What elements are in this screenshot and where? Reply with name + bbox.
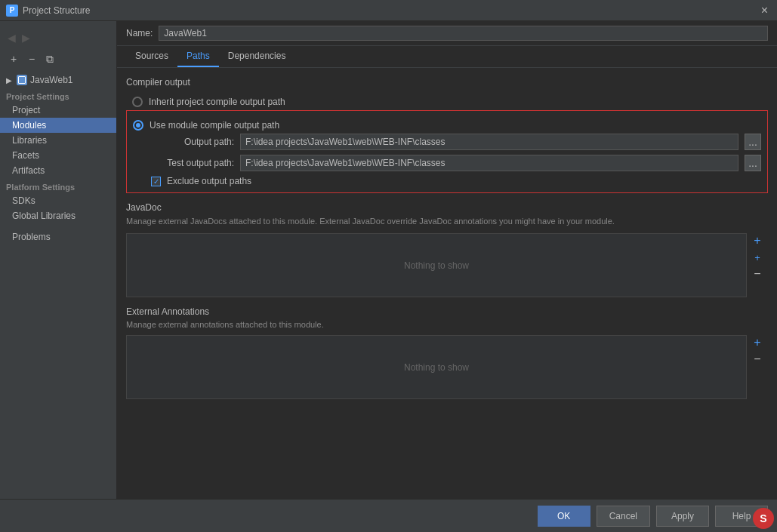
javadoc-list-container: Nothing to show + + − bbox=[126, 233, 747, 297]
tab-paths[interactable]: Paths bbox=[177, 46, 219, 67]
external-annotations-actions: + − bbox=[750, 335, 765, 367]
ok-button[interactable]: OK bbox=[538, 506, 590, 527]
module-name: JavaWeb1 bbox=[30, 75, 72, 85]
sidebar-item-artifacts[interactable]: Artifacts bbox=[0, 163, 116, 178]
external-annotations-title: External Annotations bbox=[126, 306, 768, 317]
forward-arrow[interactable]: ▶ bbox=[20, 30, 32, 45]
sidebar-item-global-libraries[interactable]: Global Libraries bbox=[0, 208, 116, 223]
exclude-label: Exclude output paths bbox=[167, 176, 251, 186]
ext-annotations-add-button[interactable]: + bbox=[750, 335, 765, 350]
main-layout: ◀ ▶ + − ⧉ ▶ JavaWeb1 Project Settings Pr… bbox=[0, 21, 777, 499]
content-area: Name: Sources Paths Dependencies Compile… bbox=[117, 21, 777, 499]
external-annotations-section: External Annotations Manage external ann… bbox=[126, 306, 768, 399]
bottom-bar: OK Cancel Apply Help bbox=[0, 499, 777, 532]
javadoc-add-button[interactable]: + bbox=[750, 233, 765, 248]
inherit-label: Inherit project compile output path bbox=[149, 97, 285, 107]
sidebar-item-problems[interactable]: Problems bbox=[0, 229, 116, 244]
sidebar-item-sdks[interactable]: SDKs bbox=[0, 193, 116, 208]
sidebar-item-libraries[interactable]: Libraries bbox=[0, 133, 116, 148]
tab-sources[interactable]: Sources bbox=[126, 46, 177, 67]
javadoc-title: JavaDoc bbox=[126, 202, 768, 213]
ext-annotations-remove-button[interactable]: − bbox=[750, 352, 765, 367]
watermark: S bbox=[753, 508, 774, 529]
test-output-path-browse-button[interactable]: ... bbox=[745, 155, 761, 171]
javadoc-add-alt-button[interactable]: + bbox=[750, 250, 765, 265]
nav-arrows: ◀ ▶ bbox=[0, 27, 116, 48]
window-title: Project Structure bbox=[23, 5, 90, 16]
close-button[interactable]: × bbox=[758, 3, 771, 18]
output-path-row: Output path: ... bbox=[133, 134, 761, 150]
javadoc-list: Nothing to show bbox=[126, 233, 747, 297]
use-module-label: Use module compile output path bbox=[150, 120, 279, 131]
exclude-checkbox[interactable] bbox=[151, 177, 161, 186]
external-annotations-list-container: Nothing to show + − bbox=[126, 335, 747, 399]
apply-button[interactable]: Apply bbox=[656, 506, 709, 527]
title-bar-left: P Project Structure bbox=[6, 5, 90, 17]
inherit-radio[interactable] bbox=[132, 97, 143, 107]
project-settings-label: Project Settings bbox=[0, 88, 116, 103]
back-arrow[interactable]: ◀ bbox=[6, 30, 17, 45]
use-module-radio[interactable] bbox=[133, 120, 143, 131]
output-path-label: Output path: bbox=[151, 137, 234, 147]
external-annotations-desc: Manage external annotations attached to … bbox=[126, 320, 768, 329]
tree-toggle-icon: ▶ bbox=[6, 76, 12, 85]
name-bar: Name: bbox=[117, 21, 777, 46]
test-output-path-input[interactable] bbox=[240, 155, 738, 171]
sidebar-item-project[interactable]: Project bbox=[0, 103, 116, 118]
test-output-path-label: Test output path: bbox=[151, 158, 234, 168]
output-path-input[interactable] bbox=[240, 134, 738, 150]
sidebar-item-facets[interactable]: Facets bbox=[0, 148, 116, 163]
sidebar: ◀ ▶ + − ⧉ ▶ JavaWeb1 Project Settings Pr… bbox=[0, 21, 117, 499]
cancel-button[interactable]: Cancel bbox=[597, 506, 650, 527]
module-icon bbox=[17, 75, 27, 85]
remove-module-button[interactable]: − bbox=[24, 51, 39, 66]
platform-settings-label: Platform Settings bbox=[0, 178, 116, 193]
content-scroll[interactable]: Compiler output Inherit project compile … bbox=[117, 68, 777, 499]
name-input[interactable] bbox=[159, 26, 768, 41]
external-annotations-nothing-text: Nothing to show bbox=[404, 362, 469, 373]
sidebar-item-modules[interactable]: Modules bbox=[0, 118, 116, 133]
javadoc-nothing-text: Nothing to show bbox=[404, 260, 469, 271]
inherit-option[interactable]: Inherit project compile output path bbox=[126, 94, 768, 110]
exclude-checkbox-row: Exclude output paths bbox=[133, 176, 761, 186]
name-label: Name: bbox=[126, 28, 153, 38]
external-annotations-list: Nothing to show bbox=[126, 335, 747, 399]
test-output-path-row: Test output path: ... bbox=[133, 155, 761, 171]
use-module-option[interactable]: Use module compile output path bbox=[133, 117, 761, 134]
compile-output-box: Use module compile output path Output pa… bbox=[126, 110, 768, 193]
javadoc-actions: + + − bbox=[750, 233, 765, 281]
javadoc-section: JavaDoc Manage external JavaDocs attache… bbox=[126, 202, 768, 297]
javadoc-description: Manage external JavaDocs attached to thi… bbox=[126, 216, 768, 227]
app-icon: P bbox=[6, 5, 18, 17]
copy-module-button[interactable]: ⧉ bbox=[42, 51, 57, 66]
compiler-output-label: Compiler output bbox=[126, 77, 768, 88]
title-bar: P Project Structure × bbox=[0, 0, 777, 21]
output-path-browse-button[interactable]: ... bbox=[745, 134, 761, 150]
sidebar-toolbar: + − ⧉ bbox=[0, 48, 116, 72]
javadoc-remove-button[interactable]: − bbox=[750, 266, 765, 281]
add-module-button[interactable]: + bbox=[6, 51, 21, 66]
module-tree-item[interactable]: ▶ JavaWeb1 bbox=[0, 72, 116, 88]
tabs-bar: Sources Paths Dependencies bbox=[117, 46, 777, 68]
tab-dependencies[interactable]: Dependencies bbox=[219, 46, 295, 67]
